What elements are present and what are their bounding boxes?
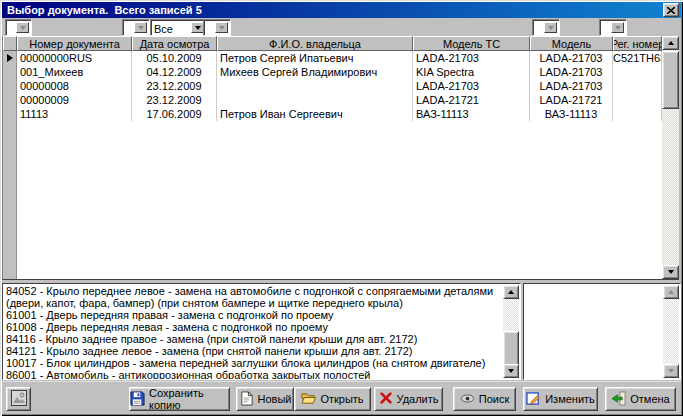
cell-doc-number[interactable]: 00000000RUS (17, 51, 132, 65)
cell-owner[interactable]: Михеев Сергей Владимирович (217, 65, 413, 79)
cell-owner[interactable] (217, 79, 413, 93)
new-button[interactable]: Новый (236, 387, 294, 411)
scroll-up-button[interactable] (662, 36, 679, 50)
filter-combo-owner[interactable] (203, 19, 231, 36)
cell-model[interactable]: LADA-21721 (530, 93, 613, 107)
chevron-down-icon[interactable] (134, 22, 147, 33)
cell-owner[interactable]: Петров Сергей Ипатьевич (217, 51, 413, 65)
cell-reg-number[interactable] (613, 107, 662, 121)
scrollbar-thumb[interactable] (503, 331, 519, 367)
scroll-down-button[interactable] (662, 265, 679, 279)
scroll-up-icon (508, 290, 514, 294)
cell-vehicle-model[interactable]: LADA-21721 (413, 93, 530, 107)
cell-reg-number[interactable] (613, 65, 662, 79)
scrollbar-thumb[interactable] (662, 51, 679, 109)
scroll-down-button[interactable] (663, 364, 679, 378)
cell-model[interactable]: LADA-21703 (530, 51, 613, 65)
image-preview-button[interactable] (6, 387, 31, 411)
cell-date[interactable]: 23.12.2009 (132, 93, 217, 107)
search-button[interactable]: Поиск (453, 387, 516, 411)
column-header-doc-number[interactable]: Номер документа (17, 36, 132, 51)
scroll-down-icon (508, 369, 514, 373)
edit-button[interactable]: Изменить (523, 387, 598, 411)
title-bar[interactable]: Выбор документа. Всего записей 5 (2, 2, 681, 18)
cell-owner[interactable]: Петров Иван Сергеевич (217, 107, 413, 121)
scroll-down-icon (668, 270, 674, 274)
close-button[interactable] (663, 3, 679, 17)
cell-doc-number[interactable]: 00000008 (17, 79, 132, 93)
chevron-down-icon[interactable] (611, 22, 624, 33)
picture-icon (11, 390, 27, 408)
chevron-down-icon[interactable] (16, 22, 29, 33)
filter-value (6, 20, 16, 35)
cancel-label: Отмена (630, 393, 669, 405)
dialog-window: Выбор документа. Всего записей 5 Все (0, 0, 683, 416)
open-button[interactable]: Открыть (294, 387, 371, 411)
list-item: 84052 - Крыло переднее левое - замена на… (6, 285, 500, 309)
current-row-indicator (3, 51, 17, 65)
cell-model[interactable]: LADA-21703 (530, 65, 613, 79)
table-row[interactable]: 00000009 23.12.2009 LADA-21721 LADA-2172… (3, 93, 662, 107)
row-indicator (3, 65, 17, 79)
filter-bar: Все (2, 18, 681, 36)
cancel-button[interactable]: Отмена (605, 387, 676, 411)
cell-owner[interactable] (217, 93, 413, 107)
exit-arrow-icon (611, 391, 626, 408)
column-header-model[interactable]: Модель (530, 36, 613, 51)
filter-combo-reg-number[interactable] (599, 19, 627, 36)
column-header-vehicle-model[interactable]: Модель ТС (413, 36, 530, 51)
filter-combo-date[interactable] (122, 19, 150, 36)
column-header-reg-number[interactable]: Рег. номер (613, 36, 662, 51)
cell-vehicle-model[interactable]: LADA-21703 (413, 51, 530, 65)
cell-date[interactable]: 23.12.2009 (132, 79, 217, 93)
cell-doc-number[interactable]: 11113 (17, 107, 132, 121)
cell-vehicle-model[interactable]: ВАЗ-11113 (413, 107, 530, 121)
delete-label: Удалить (397, 393, 439, 405)
table-row[interactable]: 11113 17.06.2009 Петров Иван Сергеевич В… (3, 107, 662, 121)
filter-value: Все (151, 20, 191, 35)
open-label: Открыть (320, 393, 363, 405)
column-header-owner[interactable]: Ф.И.О. владельца (217, 36, 413, 51)
cell-date[interactable]: 04.12.2009 (132, 65, 217, 79)
eye-icon (460, 391, 475, 408)
cell-date[interactable]: 17.06.2009 (132, 107, 217, 121)
works-vertical-scrollbar[interactable] (503, 285, 519, 378)
filter-combo-doc-number[interactable] (5, 19, 32, 36)
edit-label: Изменить (545, 393, 595, 405)
save-copy-button[interactable]: Сохранить копию (129, 387, 230, 411)
scroll-down-button[interactable] (503, 364, 519, 378)
cell-date[interactable]: 05.10.2009 (132, 51, 217, 65)
cell-reg-number[interactable] (613, 79, 662, 93)
list-item: 10017 - Блок цилиндров - замена передней… (6, 357, 500, 369)
cell-vehicle-model[interactable]: LADA-21703 (413, 79, 530, 93)
cell-reg-number[interactable]: C521TH63 (613, 51, 662, 65)
delete-button[interactable]: Удалить (374, 387, 443, 411)
close-icon (667, 4, 675, 16)
cell-model[interactable]: LADA-21703 (530, 79, 613, 93)
cell-vehicle-model[interactable]: KIA Spectra (413, 65, 530, 79)
cell-model[interactable]: ВАЗ-11113 (530, 107, 613, 121)
chevron-down-icon[interactable] (215, 22, 228, 33)
list-item: 61001 - Дверь передняя правая - замена с… (6, 309, 500, 321)
scroll-up-button[interactable] (663, 285, 679, 299)
table-row[interactable]: 00000000RUS 05.10.2009 Петров Сергей Ипа… (3, 51, 662, 65)
new-document-icon (239, 391, 254, 408)
column-header-date[interactable]: Дата осмотра (132, 36, 217, 51)
floppy-disk-icon (130, 391, 145, 408)
table-row[interactable]: 001_Михеев 04.12.2009 Михеев Сергей Влад… (3, 65, 662, 79)
table-row[interactable]: 00000008 23.12.2009 LADA-21703 LADA-2170… (3, 79, 662, 93)
grid-vertical-scrollbar[interactable] (662, 36, 679, 279)
current-row-arrow-icon (7, 54, 13, 62)
cell-doc-number[interactable]: 001_Михеев (17, 65, 132, 79)
details-vertical-scrollbar[interactable] (663, 285, 679, 378)
red-x-icon (379, 391, 393, 407)
scroll-up-button[interactable] (503, 285, 519, 299)
chevron-down-icon[interactable] (544, 22, 557, 33)
details-panel (523, 283, 681, 380)
filter-value (204, 20, 215, 35)
filter-combo-model[interactable] (532, 19, 560, 36)
cell-doc-number[interactable]: 00000009 (17, 93, 132, 107)
cell-reg-number[interactable] (613, 93, 662, 107)
filter-combo-all[interactable]: Все (150, 19, 207, 36)
list-item: 86001 - Автомобиль - антикоррозионная об… (6, 369, 500, 380)
